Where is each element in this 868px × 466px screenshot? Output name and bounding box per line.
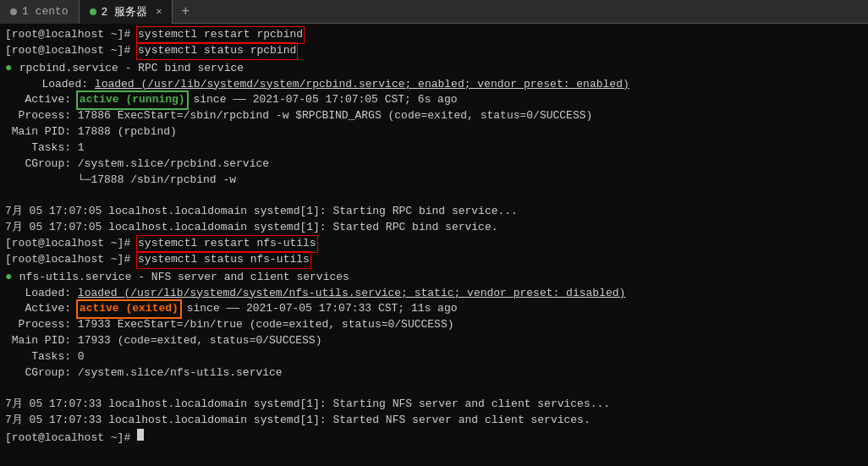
- terminal-line-empty: [5, 188, 863, 204]
- prompt: [root@localhost ~]#: [5, 236, 137, 252]
- service-header-rpc: rpcbind.service - RPC bind service: [19, 61, 244, 77]
- mainpid-rpcbind: Main PID: 17888 (rpcbind): [5, 124, 177, 140]
- final-prompt: [root@localhost ~]#: [5, 430, 137, 447]
- terminal-line-empty: [5, 381, 863, 397]
- systemd-starting-rpc: 7月 05 17:07:05 localhost.localdomain sys…: [5, 204, 518, 220]
- cmd-restart-nfs: systemctl restart nfs-utils: [137, 236, 317, 252]
- terminal-line: 7月 05 17:07:05 localhost.localdomain sys…: [5, 220, 863, 236]
- prompt: [root@localhost ~]#: [5, 43, 137, 59]
- terminal-line: CGroup: /system.slice/rpcbind.service: [5, 156, 863, 173]
- tasks-nfs: Tasks: 0: [5, 349, 85, 365]
- tab-close-icon[interactable]: ✕: [156, 5, 162, 18]
- cmd-status-nfs: systemctl status nfs-utils: [137, 252, 310, 268]
- terminal-line: ● rpcbind.service - RPC bind service: [5, 59, 863, 77]
- process-nfs: Process: 17933 ExecStart=/bin/true (code…: [5, 317, 454, 333]
- terminal-line: Main PID: 17933 (code=exited, status=0/S…: [5, 333, 863, 349]
- terminal-line: ● nfs-utils.service - NFS server and cli…: [5, 268, 863, 286]
- terminal-line: Process: 17933 ExecStart=/bin/true (code…: [5, 317, 863, 333]
- terminal-line: [root@localhost ~]# systemctl restart nf…: [5, 236, 863, 252]
- tab-1-label: 1 cento: [22, 5, 69, 18]
- terminal-line: Tasks: 1: [5, 140, 863, 156]
- terminal-line: CGroup: /system.slice/nfs-utils.service: [5, 365, 863, 381]
- terminal-line: Active: active (running) since —— 2021-0…: [5, 92, 863, 108]
- cursor: [137, 429, 144, 441]
- service-header-nfs: nfs-utils.service - NFS server and clien…: [19, 270, 349, 286]
- terminal-line: Process: 17886 ExecStart=/sbin/rpcbind -…: [5, 108, 863, 124]
- terminal-line: [root@localhost ~]# systemctl status nfs…: [5, 252, 863, 268]
- active-since-rpc: since —— 2021-07-05 17:07:05 CST; 6s ago: [187, 92, 458, 108]
- systemd-started-nfs: 7月 05 17:07:33 localhost.localdomain sys…: [5, 413, 591, 429]
- terminal-line: Loaded: loaded (/usr/lib/systemd/system/…: [22, 77, 863, 93]
- mainpid-nfs: Main PID: 17933 (code=exited, status=0/S…: [5, 333, 321, 349]
- terminal-line: 7月 05 17:07:05 localhost.localdomain sys…: [5, 204, 863, 220]
- tab-1-cento[interactable]: 1 cento: [0, 0, 80, 24]
- tab-2-server[interactable]: 2 服务器 ✕: [80, 0, 173, 24]
- tab-bar: 1 cento 2 服务器 ✕ +: [0, 0, 868, 24]
- loaded-nfs: Loaded: loaded (/usr/lib/systemd/system/…: [5, 286, 625, 302]
- terminal-line: └─17888 /sbin/rpcbind -w: [5, 173, 863, 189]
- terminal-line: 7月 05 17:07:33 localhost.localdomain sys…: [5, 397, 863, 413]
- active-prefix-nfs: Active:: [5, 301, 78, 317]
- new-tab-button[interactable]: +: [173, 0, 198, 24]
- service-dot-green-nfs: ●: [5, 268, 19, 285]
- cgroup-rpcbind: CGroup: /system.slice/rpcbind.service: [5, 156, 269, 173]
- terminal-line: Active: active (exited) since —— 2021-07…: [5, 301, 863, 317]
- terminal-line: Tasks: 0: [5, 349, 863, 365]
- terminal-line: [root@localhost ~]# systemctl restart rp…: [5, 27, 863, 43]
- terminal-prompt-line: [root@localhost ~]#: [5, 429, 863, 447]
- tab-2-label: 2 服务器: [102, 4, 148, 19]
- active-prefix-rpc: Active:: [5, 92, 78, 108]
- service-dot-green: ●: [5, 59, 19, 76]
- tab-dot-gray: [10, 8, 17, 15]
- status-running: active (running): [78, 92, 187, 108]
- systemd-started-rpc: 7月 05 17:07:05 localhost.localdomain sys…: [5, 220, 498, 236]
- prompt: [root@localhost ~]#: [5, 27, 137, 43]
- systemd-starting-nfs: 7月 05 17:07:33 localhost.localdomain sys…: [5, 397, 610, 413]
- status-exited: active (exited): [78, 301, 180, 317]
- cgroup-sub-rpcbind: └─17888 /sbin/rpcbind -w: [5, 173, 236, 189]
- terminal-line: Main PID: 17888 (rpcbind): [5, 124, 863, 140]
- cmd-status-rpcbind: systemctl status rpcbind: [137, 43, 297, 59]
- cmd-restart-rpcbind: systemctl restart rpcbind: [137, 27, 304, 43]
- terminal-line: Loaded: loaded (/usr/lib/systemd/system/…: [5, 286, 863, 302]
- terminal-line: 7月 05 17:07:33 localhost.localdomain sys…: [5, 413, 863, 429]
- prompt: [root@localhost ~]#: [5, 252, 137, 268]
- terminal-area[interactable]: [root@localhost ~]# systemctl restart rp…: [0, 24, 868, 466]
- tab-dot-green: [90, 8, 96, 15]
- terminal-line: [root@localhost ~]# systemctl status rpc…: [5, 43, 863, 59]
- loaded-rpcbind: Loaded: loaded (/usr/lib/systemd/system/…: [22, 77, 629, 93]
- process-rpcbind: Process: 17886 ExecStart=/sbin/rpcbind -…: [5, 108, 592, 124]
- cgroup-nfs: CGroup: /system.slice/nfs-utils.service: [5, 365, 283, 381]
- active-since-nfs: since —— 2021-07-05 17:07:33 CST; 11s ag…: [180, 301, 458, 317]
- tasks-rpcbind: Tasks: 1: [5, 140, 85, 156]
